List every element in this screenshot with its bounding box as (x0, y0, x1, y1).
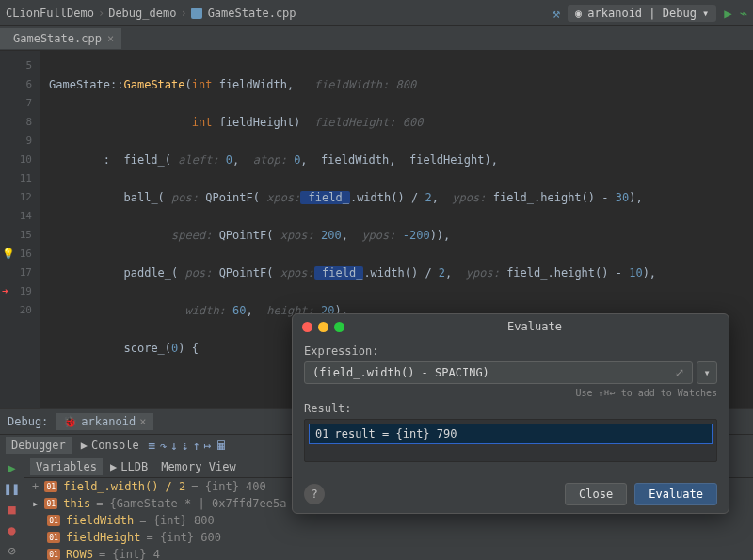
step-out-icon[interactable]: ↑ (193, 439, 200, 453)
resume-icon[interactable]: ▶ (8, 460, 15, 475)
threads-icon[interactable]: ≡ (149, 439, 156, 453)
run-icon[interactable]: ▶ (724, 6, 731, 21)
value-icon: 01 (44, 498, 57, 509)
bug-icon: 🐞 (63, 415, 77, 428)
crumb-file[interactable]: GameState.cpp (208, 7, 296, 20)
pause-icon[interactable]: ❚❚ (4, 481, 20, 496)
expression-history-dropdown[interactable]: ▾ (697, 361, 717, 384)
window-controls (302, 322, 344, 332)
debug-session-tab[interactable]: 🐞 arkanoid × (56, 413, 153, 430)
expression-input[interactable]: (field_.width() - SPACING) ⤢ (304, 361, 693, 384)
value-icon: 01 (315, 427, 328, 440)
close-window-icon[interactable] (302, 322, 312, 332)
cpp-file-icon (191, 8, 202, 19)
evaluate-dialog: Evaluate Expression: (field_.width() - S… (292, 313, 729, 514)
run-config-label: arkanoid | Debug (587, 7, 697, 20)
tab-console[interactable]: ▶Console (75, 437, 145, 454)
variable-row[interactable]: 01ROWS= {int} 4 (24, 546, 753, 560)
tab-debugger[interactable]: Debugger (6, 437, 72, 454)
force-step-icon[interactable]: ⇣ (182, 439, 189, 453)
step-into-icon[interactable]: ↓ (170, 439, 178, 453)
stop-icon[interactable]: ■ (8, 502, 15, 517)
step-over-icon[interactable]: ↷ (159, 439, 167, 453)
zoom-window-icon[interactable] (334, 322, 344, 332)
crumb-project[interactable]: CLionFullDemo (6, 7, 94, 20)
result-label: Result: (304, 402, 717, 415)
evaluate-button[interactable]: Evaluate (634, 483, 717, 505)
breakpoints-icon[interactable]: ● (8, 522, 15, 537)
subtab-variables[interactable]: Variables (30, 458, 103, 475)
value-icon: 01 (47, 532, 60, 543)
chevron-right-icon: › (98, 7, 104, 20)
play-icon: ▶ (81, 439, 88, 452)
help-icon[interactable]: ? (304, 484, 325, 504)
subtab-lldb[interactable]: ▶LLDB (104, 458, 153, 475)
result-row[interactable]: 01 result = {int} 790 (309, 424, 713, 444)
value-icon: 01 (47, 549, 60, 560)
build-icon[interactable]: ⚒ (553, 6, 560, 21)
close-button[interactable]: Close (565, 483, 627, 505)
chevron-down-icon: ▾ (702, 7, 709, 20)
mute-icon[interactable]: ⊘ (8, 543, 15, 558)
value-icon: 01 (47, 515, 60, 526)
breadcrumb: CLionFullDemo › Debug_demo › GameState.c… (6, 7, 296, 20)
run-config-selector[interactable]: ◉ arkanoid | Debug ▾ (568, 5, 716, 22)
variable-row[interactable]: 01fieldHeight= {int} 600 (24, 529, 753, 546)
play-icon: ▶ (110, 460, 117, 473)
debug-icon[interactable]: ⌁ (740, 6, 747, 21)
editor-tabbar: GameState.cpp × (0, 26, 753, 51)
editor-tab[interactable]: GameState.cpp × (0, 28, 121, 49)
plus-icon[interactable]: + (32, 480, 39, 493)
editor-tab-label: GameState.cpp (13, 32, 102, 45)
expand-icon[interactable]: ▸ (32, 497, 39, 510)
value-icon: 01 (44, 481, 57, 492)
crumb-folder[interactable]: Debug_demo (108, 7, 176, 20)
debug-side-controls: ▶ ❚❚ ■ ● ⊘ (0, 456, 24, 560)
expand-icon[interactable]: ⤢ (675, 366, 684, 379)
breakpoint-arrow-icon[interactable]: ➜ (2, 282, 8, 301)
target-icon: ◉ (575, 7, 582, 20)
chevron-right-icon: › (180, 7, 186, 20)
minimize-window-icon[interactable] (318, 322, 328, 332)
debug-title: Debug: (8, 415, 48, 428)
evaluate-hint: Use ⇧⌘↩ to add to Watches (304, 388, 717, 398)
top-navbar: CLionFullDemo › Debug_demo › GameState.c… (0, 0, 753, 26)
close-icon[interactable]: × (139, 415, 146, 428)
subtab-memory[interactable]: Memory View (155, 458, 241, 475)
evaluate-icon[interactable]: 🖩 (216, 439, 228, 453)
evaluate-title: Evaluate (350, 320, 719, 333)
bulb-icon[interactable]: 💡 (2, 245, 15, 264)
close-icon[interactable]: × (107, 32, 114, 45)
expression-label: Expression: (304, 344, 717, 358)
result-box: 01 result = {int} 790 (304, 419, 717, 462)
variable-row[interactable]: 01fieldWidth= {int} 800 (24, 512, 753, 529)
line-gutter: 567891011121415 💡16 17 ➜19 20 (0, 51, 40, 408)
run-to-cursor-icon[interactable]: ↦ (204, 439, 212, 453)
